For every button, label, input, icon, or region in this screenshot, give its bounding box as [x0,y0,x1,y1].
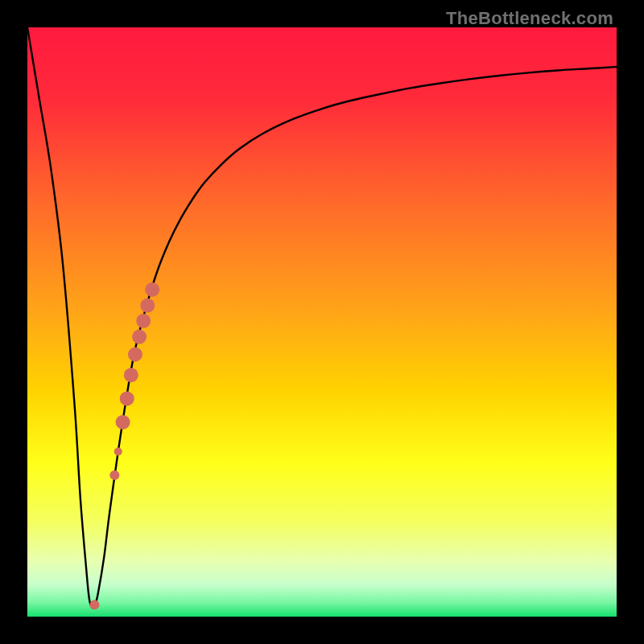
watermark-text: TheBottleneck.com [446,8,613,29]
gradient-background [27,27,617,617]
marker-dot [120,391,134,406]
marker-dot [109,470,119,480]
plot-area [27,27,617,617]
marker-dot [116,415,130,429]
marker-dot [114,448,122,456]
chart-svg [27,27,617,617]
marker-dot [128,347,142,361]
marker-dot [124,368,138,382]
marker-dot [145,283,159,297]
chart-frame: TheBottleneck.com [0,0,644,644]
marker-dot [89,600,99,609]
marker-dot [136,314,151,328]
marker-dot [132,329,147,344]
marker-dot [140,299,155,313]
